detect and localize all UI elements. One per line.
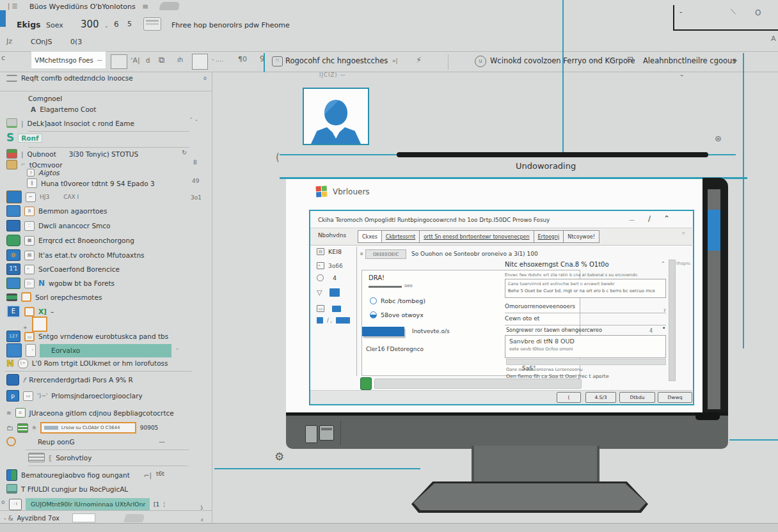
- toolbar-box-icon-2[interactable]: [192, 54, 208, 70]
- sidebar-item-bemmon[interactable]: 8 Bemmon agaorrtoes: [6, 205, 107, 217]
- profile-dropdown[interactable]: VMchettnsgo Foes —: [31, 51, 106, 69]
- gear-icon[interactable]: ⚙: [274, 450, 284, 463]
- sidebar-item-itas[interactable]: 🔅 ▤ It'as etat.tv orohcto Mfutoaxtns: [6, 249, 145, 261]
- sidebar-item-aigtos[interactable]: ? Aigtos: [27, 169, 60, 176]
- dropdown-dash-icon: —: [97, 58, 102, 63]
- dialog-button-2[interactable]: 4.S/3: [585, 392, 616, 403]
- right-row-3[interactable]: Songrewer ror taewn ohwngeercwreo: [506, 327, 602, 333]
- tab2-caret-icon[interactable]: ⌄: [594, 56, 599, 64]
- toolbar-d-icon[interactable]: d: [146, 57, 150, 64]
- sidebar-item-lo-rom[interactable]: N (÷ L'0 Rom trtgit LOUkmet or hm lorofu…: [6, 358, 168, 368]
- right-header-caret-icon[interactable]: ⌃: [661, 261, 665, 267]
- sidebar-item-ronf[interactable]: S Ronf: [6, 133, 42, 143]
- dialog-rail-4[interactable]: 4: [317, 274, 337, 281]
- dialog-maximize-icon[interactable]: ⌃: [663, 214, 670, 223]
- right-row-1[interactable]: Omoruorrenoeveenooers: [505, 303, 575, 309]
- connector-vline: [562, 0, 564, 155]
- dialog-dropdown[interactable]: OEEEEOEIC: [365, 249, 406, 259]
- sidebar-item-header[interactable]: Reqft comfb odtedzndclo lnoocse: [6, 74, 133, 82]
- sidebar-item-reup[interactable]: Reup oonG: [6, 437, 75, 446]
- tab-reports[interactable]: Rogocohf chc hngoestcches: [285, 56, 388, 65]
- dialog-rail-strip[interactable]: / ,: [317, 317, 350, 324]
- dialog-tab-1[interactable]: Ckbrtessrnt: [382, 231, 420, 242]
- monitor-button-2[interactable]: [319, 425, 334, 441]
- tab2-list-icon[interactable]: ⊟: [627, 55, 633, 64]
- f-glyph-icon: 𝑓: [23, 376, 25, 384]
- menu-row3-a[interactable]: Jz: [6, 37, 12, 45]
- tab-admin-group[interactable]: Aleahnbnctlneilre cgoous: [643, 56, 736, 65]
- chevron-down-icon[interactable]: ⌄: [104, 23, 109, 29]
- dialog-minimize-icon[interactable]: —: [629, 217, 635, 223]
- tab2-flag-icon[interactable]: ⌐: [609, 56, 615, 64]
- menu-num-2[interactable]: 5: [127, 20, 132, 28]
- folder-tan-icon: [6, 160, 17, 169]
- radio-screen-always[interactable]: 58ove otwoyx: [370, 311, 424, 318]
- right-row-2[interactable]: Cewn oto et: [505, 315, 539, 322]
- dialog-button-1[interactable]: (: [557, 392, 581, 403]
- sidebar-item-ffuldl[interactable]: T FfULDl cungjur bu RocPugicAL: [6, 484, 128, 494]
- dialog-tab-2[interactable]: ortt Sn enesd bnrtoentewr tonovenecpen: [420, 231, 534, 242]
- spinner-caret-icon[interactable]: ⌃ ⌄: [189, 117, 198, 122]
- sidebar-item-rrercend[interactable]: 𝑓 Rrercenderdgrtadi Pors A 9% R: [6, 374, 133, 386]
- sidebar-item-selected-2[interactable]: ٠١ GUJOMtnt90Ir lUrnominnaa UXtArlOnr [1…: [9, 498, 165, 510]
- sidebar-item-account-root[interactable]: A Elagartemo Coot: [31, 106, 96, 113]
- window-menu-icon[interactable]: | ☰: [8, 3, 18, 10]
- toolbar-ih-icon[interactable]: ıh: [177, 56, 183, 63]
- sidebar-item-bematour[interactable]: Bematouregiaobvo fiog oungant ⌐|: [6, 469, 152, 481]
- flag-icon: ▽: [317, 288, 322, 297]
- sidebar-item-file-selected[interactable]: 🗀 ≝ Lrsow su CLOAbr O C3644 90905: [6, 422, 158, 434]
- sidebar-item-delegate[interactable]: | DeLk]aaot lnsociot c rond Eame: [6, 118, 134, 128]
- menu-item-file[interactable]: Ekigs: [17, 20, 41, 29]
- dialog-rail-panel[interactable]: ▭: [317, 305, 341, 312]
- sidebar-item-sorohvtloy[interactable]: ⟦ Sorohvtloy: [28, 453, 91, 462]
- dialog-button-apply[interactable]: Dtbdu: [619, 392, 655, 403]
- dialog-rail-flag[interactable]: ▽: [317, 288, 340, 297]
- right-scrollbar[interactable]: [669, 260, 676, 381]
- sidebar-item-wgobw[interactable]: ▷ N wgobw bt ba Forets: [6, 278, 115, 289]
- toolbar-blob-icon[interactable]: [159, 2, 180, 10]
- statusbar-field[interactable]: [72, 513, 95, 522]
- menu-num-1[interactable]: 6: [114, 20, 119, 29]
- sidebar-item-sorcoaerfond[interactable]: 1'1 ᭶ SorCoaerfond Borencice: [6, 263, 120, 275]
- toolbar-copy-icon[interactable]: ⧉: [159, 55, 164, 65]
- dialog-button-done[interactable]: Dwwq: [658, 392, 692, 403]
- card-icon[interactable]: [143, 17, 161, 31]
- hamburger-icon[interactable]: ≡: [142, 2, 148, 11]
- toolbar-audio-icon[interactable]: ʼA|: [131, 56, 140, 65]
- sidebar-item-hj3[interactable]: ⌐ HJ3 CAX I: [6, 191, 79, 203]
- dialog-tab-3[interactable]: Ertoegnj: [534, 231, 564, 242]
- sidebar-item-dwcli[interactable]: ⁚⁚ Dwcli anancocr Smco: [6, 220, 111, 231]
- refresh-icon[interactable]: ↻: [182, 149, 187, 156]
- sidebar-item-tocmvoor[interactable]: ⌐ tOcmvoor: [6, 160, 62, 169]
- dialog-rail-3o66[interactable]: ᭶3o66: [317, 262, 343, 269]
- sidebar-item-qubnoot[interactable]: | Qubnoot 3í30 Tonyic) STOTUS: [6, 149, 138, 159]
- dialog-close-icon[interactable]: ∕: [648, 214, 651, 223]
- monitor-button-1[interactable]: [305, 425, 317, 443]
- status-green-icon[interactable]: [360, 377, 372, 390]
- zoom-level[interactable]: 300: [81, 19, 99, 30]
- sidebar-item-huna[interactable]: ‖ Huna t0voreor tdtnt 9 S4 Epado 3: [27, 178, 155, 188]
- toolbar-box-icon-1[interactable]: [111, 54, 127, 69]
- profile-grey-icon: (÷: [18, 359, 28, 368]
- orange-empty-box[interactable]: [32, 317, 47, 332]
- minimize-icon[interactable]: -: [679, 8, 682, 17]
- sidebar-item-errqrcd[interactable]: ▦ Errqrcd ect 8noeonchorgong: [6, 235, 134, 246]
- radio-rate-framed[interactable]: Robc /tombeg): [370, 297, 425, 304]
- sidebar-item-juraceona[interactable]: ≊ ⌂ JUraceona gitlom cdjnou 8epbliagcoto…: [6, 408, 174, 418]
- menu-row3-b[interactable]: COnJS: [31, 38, 52, 46]
- avatar[interactable]: [303, 88, 369, 145]
- sidebar-item-excel[interactable]: E X] –: [6, 305, 54, 318]
- sidebar-item-prlom[interactable]: p ▭ '}~' Prlomsjndaroeclorgiooclary: [6, 390, 143, 402]
- restore-icon[interactable]: ⟍: [731, 8, 736, 16]
- sidebar-item-sntgo[interactable]: 127 ▭ Sntgo vrndenow eurobtuskca pand tb…: [6, 331, 168, 342]
- caret-up-icon[interactable]: ⌃: [175, 348, 179, 353]
- dialog-tab-0[interactable]: Ckxes: [358, 231, 382, 242]
- dialog-rail-keis[interactable]: ⊟KEI8: [317, 248, 342, 255]
- sidebar-item-sorl[interactable]: Sorl orepchesmotes: [6, 292, 102, 302]
- menu-item-view[interactable]: Soex: [46, 21, 63, 29]
- dialog-tab-4[interactable]: Ntcoywoe!: [564, 231, 599, 242]
- sidebar-item-selected-1[interactable]: ᭡ Eorvalxo ⌃: [6, 343, 179, 357]
- scrollbar-thumb[interactable]: [708, 210, 720, 251]
- close-icon[interactable]: O: [755, 8, 761, 17]
- avatar-shoulders: [311, 127, 361, 144]
